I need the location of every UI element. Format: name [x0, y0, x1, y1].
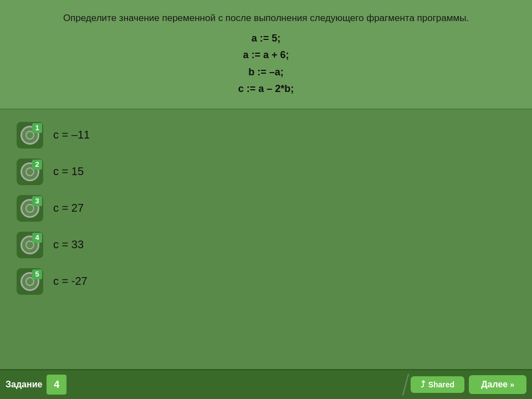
- answer-item-1[interactable]: 1 с = –11: [17, 119, 515, 152]
- answer-badge-1: 1: [32, 123, 42, 133]
- code-line-2: a := a + 6;: [22, 47, 510, 64]
- answer-label-3: с = 27: [53, 202, 84, 214]
- dalee-arrows-icon: »: [510, 380, 514, 389]
- zadanie-section: Задание 4: [6, 375, 66, 395]
- answer-item-2[interactable]: 2 с = 15: [17, 155, 515, 188]
- dalee-button[interactable]: Далее »: [469, 375, 526, 394]
- radio-btn-2[interactable]: 2: [17, 158, 43, 185]
- radio-btn-3[interactable]: 3: [17, 195, 43, 222]
- radio-btn-1[interactable]: 1: [17, 122, 43, 149]
- answer-item-3[interactable]: 3 с = 27: [17, 192, 515, 225]
- answer-item-5[interactable]: 5 с = -27: [17, 265, 515, 298]
- zadanie-label: Задание: [6, 380, 42, 390]
- question-title: Определите значение переменной с после в…: [22, 11, 510, 25]
- zadanie-num: 4: [47, 375, 66, 395]
- right-section: ⤴ Shared Далее »: [405, 374, 526, 396]
- answer-badge-4: 4: [32, 233, 42, 243]
- answers-area: 1 с = –11 2 с = 15: [0, 110, 532, 369]
- answer-label-2: с = 15: [53, 165, 84, 178]
- code-line-4: c := a – 2*b;: [22, 80, 510, 98]
- bottom-bar: Задание 4 ⤴ Shared Далее »: [0, 369, 532, 399]
- code-line-1: a := 5;: [22, 30, 510, 47]
- shared-icon: ⤴: [421, 380, 425, 390]
- main-container: Определите значение переменной с после в…: [0, 0, 532, 399]
- answer-label-4: с = 33: [53, 238, 84, 251]
- answer-label-1: с = –11: [53, 129, 90, 141]
- answer-badge-3: 3: [32, 196, 42, 206]
- code-line-3: b := –a;: [22, 64, 510, 81]
- radio-btn-4[interactable]: 4: [17, 232, 43, 258]
- code-block: a := 5; a := a + 6; b := –a; c := a – 2*…: [22, 30, 510, 98]
- radio-outer-4: 4: [17, 232, 43, 258]
- radio-outer-1: 1: [17, 122, 43, 149]
- radio-outer-3: 3: [17, 195, 43, 222]
- shared-label: Shared: [428, 380, 454, 389]
- answer-item-4[interactable]: 4 с = 33: [17, 228, 515, 262]
- radio-outer-5: 5: [17, 268, 43, 295]
- radio-btn-5[interactable]: 5: [17, 268, 43, 295]
- shared-button[interactable]: ⤴ Shared: [411, 376, 464, 393]
- separator-line: [402, 374, 409, 395]
- question-area: Определите значение переменной с после в…: [0, 0, 532, 110]
- radio-outer-2: 2: [17, 158, 43, 185]
- answer-badge-2: 2: [32, 160, 42, 170]
- answer-badge-5: 5: [32, 269, 42, 279]
- dalee-label: Далее: [481, 380, 508, 390]
- answer-label-5: с = -27: [53, 275, 88, 288]
